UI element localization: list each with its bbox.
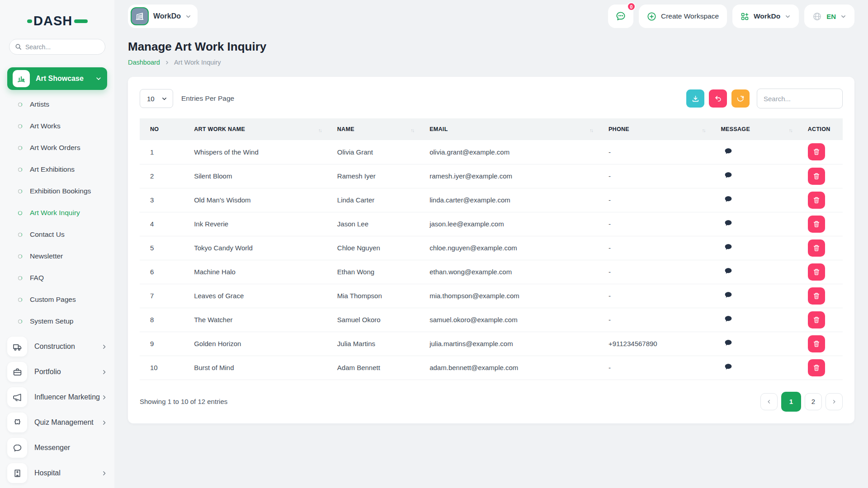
chevron-right-icon bbox=[101, 420, 107, 426]
chevron-down-icon bbox=[161, 96, 167, 102]
workspace-menu[interactable]: WorkDo bbox=[128, 5, 198, 28]
delete-button[interactable] bbox=[808, 216, 825, 233]
refresh-button[interactable] bbox=[731, 89, 750, 108]
sidebar-subitem[interactable]: Art Work Orders bbox=[0, 137, 114, 159]
main-area: WorkDo 0 Create Workspace bbox=[114, 0, 868, 488]
art-showcase-submenu: Artists Art Works Art Work Orders Art Ex… bbox=[0, 90, 114, 334]
sidebar-item-label: Messenger bbox=[34, 444, 70, 452]
sidebar-subitem[interactable]: Contact Us bbox=[0, 224, 114, 245]
sidebar-item-label: Hospital bbox=[34, 469, 61, 477]
sidebar-subitem[interactable]: Art Works bbox=[0, 115, 114, 137]
sidebar-subitem[interactable]: Artists bbox=[0, 94, 114, 115]
sidebar-subitem[interactable]: Exhibition Bookings bbox=[0, 180, 114, 202]
sort-icon[interactable]: ↑↓ bbox=[789, 127, 792, 133]
column-phone[interactable]: PHONE↑↓ bbox=[598, 118, 710, 140]
trash-icon bbox=[813, 173, 820, 180]
message-bubble-icon[interactable] bbox=[724, 147, 732, 155]
cell-email: chloe.nguyen@example.com bbox=[419, 236, 598, 260]
cell-no: 9 bbox=[140, 332, 184, 356]
delete-button[interactable] bbox=[808, 143, 825, 160]
message-bubble-icon[interactable] bbox=[724, 195, 732, 203]
submenu-dot-icon bbox=[18, 146, 22, 150]
pagination-page-1[interactable]: 1 bbox=[781, 392, 801, 412]
column-message[interactable]: MESSAGE↑↓ bbox=[710, 118, 797, 140]
language-selector[interactable]: EN bbox=[804, 5, 854, 28]
message-bubble-icon[interactable] bbox=[724, 219, 732, 227]
message-bubble-icon[interactable] bbox=[724, 315, 732, 323]
sidebar-subitem-label: Newsletter bbox=[30, 252, 63, 260]
table-row: 2 Silent Bloom Ramesh Iyer ramesh.iyer@e… bbox=[140, 164, 843, 188]
delete-button[interactable] bbox=[808, 168, 825, 185]
entries-per-page-select[interactable]: 10 bbox=[140, 89, 173, 108]
sidebar-item-hospital[interactable]: Hospital bbox=[0, 460, 114, 486]
delete-button[interactable] bbox=[808, 335, 825, 352]
sidebar-subitem[interactable]: System Setup bbox=[0, 310, 114, 332]
message-bubble-icon[interactable] bbox=[724, 267, 732, 275]
breadcrumb-dashboard-link[interactable]: Dashboard bbox=[128, 59, 160, 66]
sort-icon[interactable]: ↑↓ bbox=[318, 127, 321, 133]
create-workspace-button[interactable]: Create Workspace bbox=[639, 5, 727, 28]
table-search-input[interactable] bbox=[757, 89, 843, 108]
chat-bubble-icon bbox=[7, 438, 27, 458]
cell-message bbox=[710, 212, 797, 236]
back-button[interactable] bbox=[709, 89, 727, 108]
sidebar-item-construction[interactable]: Construction bbox=[0, 334, 114, 359]
delete-button[interactable] bbox=[808, 287, 825, 305]
cell-message bbox=[710, 260, 797, 284]
sort-icon[interactable]: ↑↓ bbox=[590, 127, 593, 133]
chevron-down-icon bbox=[785, 14, 791, 19]
message-bubble-icon[interactable] bbox=[724, 363, 732, 371]
cell-art-work-name: Old Man's Wisdom bbox=[184, 188, 327, 212]
messages-badge: 0 bbox=[627, 2, 636, 11]
sidebar-search-input[interactable] bbox=[25, 43, 99, 51]
column-art-work-name[interactable]: ART WORK NAME↑↓ bbox=[184, 118, 327, 140]
delete-button[interactable] bbox=[808, 311, 825, 328]
pagination-page-2[interactable]: 2 bbox=[805, 393, 822, 410]
message-bubble-icon[interactable] bbox=[724, 291, 732, 299]
delete-button[interactable] bbox=[808, 239, 825, 257]
cell-action bbox=[797, 260, 843, 284]
delete-button[interactable] bbox=[808, 359, 825, 376]
cell-phone: - bbox=[598, 284, 710, 308]
sidebar-subitem-label: Art Exhibitions bbox=[30, 165, 75, 174]
message-bubble-icon[interactable] bbox=[724, 171, 732, 179]
delete-button[interactable] bbox=[808, 263, 825, 281]
column-email[interactable]: EMAIL↑↓ bbox=[419, 118, 598, 140]
message-bubble-icon[interactable] bbox=[724, 339, 732, 347]
megaphone-icon bbox=[7, 387, 27, 407]
topbar: WorkDo 0 Create Workspace bbox=[128, 5, 854, 28]
cell-art-work-name: Ink Reverie bbox=[184, 212, 327, 236]
sidebar-subitem[interactable]: Art Work Inquiry bbox=[0, 202, 114, 224]
sort-icon[interactable]: ↑↓ bbox=[702, 127, 705, 133]
sort-icon[interactable]: ↑↓ bbox=[410, 127, 414, 133]
column-no: NO bbox=[140, 118, 184, 140]
submenu-dot-icon bbox=[18, 298, 22, 302]
export-button[interactable] bbox=[686, 89, 704, 108]
sidebar-item-portfolio[interactable]: Portfolio bbox=[0, 359, 114, 385]
delete-button[interactable] bbox=[808, 192, 825, 209]
column-action: ACTION bbox=[797, 118, 843, 140]
message-bubble-icon[interactable] bbox=[724, 243, 732, 251]
column-name[interactable]: NAME↑↓ bbox=[327, 118, 419, 140]
sidebar-subitem[interactable]: Custom Pages bbox=[0, 289, 114, 310]
cell-art-work-name: Golden Horizon bbox=[184, 332, 327, 356]
pagination-prev-button[interactable] bbox=[760, 393, 778, 410]
sidebar-item-influencer-marketing[interactable]: Influencer Marketing bbox=[0, 385, 114, 410]
chevron-right-icon bbox=[101, 470, 107, 476]
showing-entries-text: Showing 1 to 10 of 12 entries bbox=[140, 398, 227, 405]
pagination-next-button[interactable] bbox=[826, 393, 843, 410]
trash-icon bbox=[813, 148, 820, 155]
chat-dots-icon bbox=[615, 11, 626, 22]
workspace-switcher[interactable]: WorkDo bbox=[732, 5, 799, 28]
sidebar-subitem[interactable]: Art Exhibitions bbox=[0, 159, 114, 180]
inquiry-card: 10 Entries Per Page bbox=[128, 77, 854, 423]
messages-button[interactable]: 0 bbox=[608, 5, 633, 28]
sidebar-item-quiz-management[interactable]: Quiz Management bbox=[0, 410, 114, 435]
sidebar-item-messenger[interactable]: Messenger bbox=[0, 435, 114, 460]
sidebar-subitem[interactable]: FAQ bbox=[0, 267, 114, 289]
sidebar-subitem[interactable]: Newsletter bbox=[0, 245, 114, 267]
cell-phone: - bbox=[598, 212, 710, 236]
app-logo[interactable]: DASH bbox=[24, 12, 91, 30]
cell-name: Adam Bennett bbox=[327, 356, 419, 380]
sidebar-item-art-showcase[interactable]: Art Showcase bbox=[7, 67, 107, 90]
